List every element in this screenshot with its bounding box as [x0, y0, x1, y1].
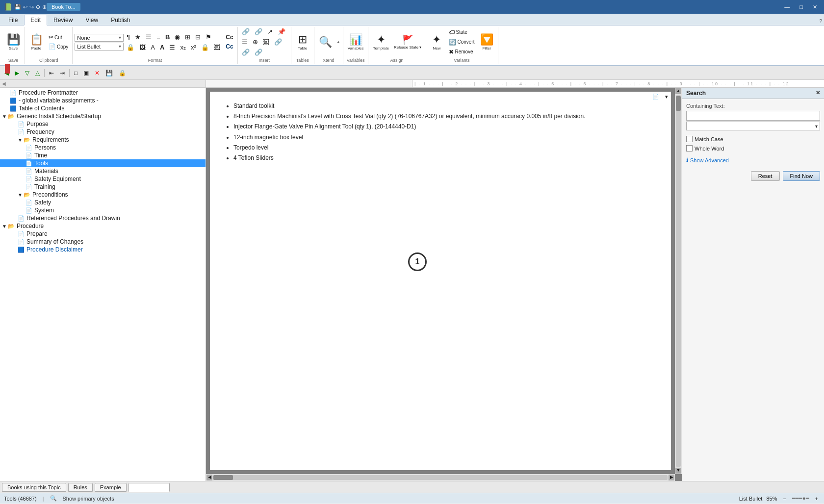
tree-item-safety-equipment[interactable]: 📄 Safety Equipment: [0, 175, 206, 183]
format-icon9[interactable]: ⚑: [204, 32, 213, 42]
tree-item-time[interactable]: 📄 Time: [0, 151, 206, 159]
insert-icon1[interactable]: 🔗: [240, 27, 252, 36]
tree-item-persons[interactable]: 📄 Persons: [0, 144, 206, 151]
content-toolbar-icon2[interactable]: ▾: [663, 93, 670, 101]
toolbar-btn1[interactable]: ⊕: [36, 4, 40, 10]
pilcrow-icon[interactable]: ¶: [125, 32, 132, 42]
tree-item-preconditions[interactable]: ▼ 📂 Preconditions: [0, 191, 206, 199]
toolbar-btn-lock[interactable]: 🔒: [116, 68, 129, 78]
tree-item-procedure[interactable]: ▼ 📂 Procedure: [0, 222, 206, 230]
style-dropdown1[interactable]: None: [75, 34, 124, 42]
tab-review[interactable]: Review: [47, 15, 79, 25]
search-button[interactable]: 🔍: [316, 34, 335, 50]
tree-item-requirements[interactable]: ▼ 📂 Requirements: [0, 136, 206, 144]
tree-item-system[interactable]: 📄 System: [0, 206, 206, 214]
tree-item-summary-changes[interactable]: 📄 Summary of Changes: [0, 238, 206, 246]
vertical-scrollbar[interactable]: ▲ ▼: [675, 88, 682, 474]
primary-objects-label[interactable]: Show primary objects: [63, 496, 114, 502]
variables-button[interactable]: 📊 Variables: [345, 32, 366, 52]
tab-edit[interactable]: Edit: [24, 15, 47, 25]
list-ordered-icon[interactable]: ≡: [154, 32, 162, 42]
toolbar-btn-save2[interactable]: 💾: [103, 68, 115, 78]
cc-btn1[interactable]: Cc: [224, 33, 235, 42]
toolbar-nav-green2[interactable]: ▶: [12, 68, 22, 78]
tab-view[interactable]: View: [79, 15, 104, 25]
tree-item-training[interactable]: 📄 Training: [0, 183, 206, 191]
insert-icon10[interactable]: 🔗: [253, 48, 264, 57]
format-icon2[interactable]: ★: [133, 32, 143, 42]
toolbar-btn2[interactable]: ⊕: [42, 4, 47, 10]
toolbar-btn-move2[interactable]: ⇥: [57, 68, 67, 78]
paste-button[interactable]: 📋 Paste: [27, 32, 46, 52]
style-dropdown2[interactable]: List Bullet: [75, 43, 124, 50]
insert-icon2[interactable]: 🔗: [253, 27, 264, 36]
reset-button[interactable]: Reset: [751, 171, 780, 181]
quick-save[interactable]: 💾: [14, 4, 21, 10]
list-unordered-icon[interactable]: ☰: [144, 32, 154, 42]
state-button[interactable]: 🏷 State: [447, 28, 476, 37]
redo-btn[interactable]: ↪: [29, 4, 34, 10]
tree-item-prepare[interactable]: 📄 Prepare: [0, 230, 206, 238]
scroll-right-btn[interactable]: ▶: [669, 475, 674, 480]
format-lock-icon[interactable]: 🔒: [199, 43, 211, 52]
match-case-label[interactable]: Match Case: [695, 136, 723, 142]
tab-books-using-topic[interactable]: Books using this Topic: [2, 483, 66, 492]
tree-item-referenced-procedures[interactable]: 📄 Referenced Procedures and Drawin: [0, 214, 206, 222]
bold-A-icon[interactable]: A: [158, 43, 166, 52]
scroll-thumb-h[interactable]: [213, 475, 233, 480]
maximize-btn[interactable]: □: [797, 3, 806, 11]
filter-button[interactable]: 🔽 Filter: [477, 32, 496, 52]
sub-icon[interactable]: x₂: [178, 43, 188, 52]
tree-item-global-var[interactable]: 🟦 - global variable assignments -: [0, 97, 206, 104]
search-close-icon[interactable]: ✕: [816, 90, 820, 96]
tree-item-procedure-disclaimer[interactable]: 🟦 Procedure Disclaimer: [0, 246, 206, 253]
zoom-slider[interactable]: ━━━●━: [792, 495, 809, 502]
insert-icon4[interactable]: 📌: [276, 27, 287, 36]
whole-word-checkbox[interactable]: [686, 145, 693, 151]
insert-icon9[interactable]: 🔗: [240, 48, 252, 57]
format-icon8[interactable]: ⊟: [193, 32, 203, 42]
toolbar-btn-view1[interactable]: □: [72, 68, 80, 78]
scroll-up-btn[interactable]: ▲: [675, 88, 681, 94]
match-case-checkbox[interactable]: [686, 136, 693, 142]
document-page[interactable]: 📄 ▾ Standard toolkit 8-Inch Precision Ma…: [210, 92, 671, 470]
save-button[interactable]: 💾 Save: [4, 32, 23, 52]
format-icon11[interactable]: 🖼: [137, 43, 148, 52]
insert-icon3[interactable]: ↗: [265, 27, 275, 36]
toolbar-nav-green4[interactable]: △: [33, 68, 42, 78]
help-icon[interactable]: ?: [817, 18, 824, 25]
tree-item-tools[interactable]: 📄 Tools: [0, 159, 206, 167]
scroll-thumb-v[interactable]: [676, 96, 681, 111]
tree-item-frequency[interactable]: 📄 Frequency: [0, 128, 206, 136]
tab-file[interactable]: File: [2, 15, 24, 25]
tree-item-procedure-frontmatter[interactable]: 📄 Procedure Frontmatter: [0, 89, 206, 97]
zoom-in-btn[interactable]: +: [813, 495, 820, 503]
format-icon7[interactable]: ⊞: [183, 32, 192, 42]
tree-item-toc[interactable]: 🟦 Table of Contents: [0, 104, 206, 112]
tab-publish[interactable]: Publish: [104, 15, 136, 25]
sup-icon[interactable]: x²: [189, 43, 198, 52]
scroll-left-btn[interactable]: ◀: [206, 475, 212, 480]
toolbar-btn-delete[interactable]: ✕: [92, 68, 102, 78]
table-button[interactable]: ⊞ Table: [293, 32, 312, 52]
tree-item-purpose[interactable]: 📄 Purpose: [0, 120, 206, 128]
show-advanced-link[interactable]: ℹ Show Advanced: [686, 157, 820, 163]
cc-btn2[interactable]: Cc: [224, 42, 235, 51]
find-now-button[interactable]: Find Now: [783, 171, 820, 181]
search-type-dropdown[interactable]: ▾: [686, 122, 820, 130]
undo-btn[interactable]: ↩: [23, 4, 27, 10]
toolbar-nav-green3[interactable]: ▽: [23, 68, 32, 78]
char-A-icon[interactable]: A: [149, 43, 157, 52]
minimize-btn[interactable]: —: [781, 3, 793, 11]
insert-icon8[interactable]: 🔗: [272, 37, 284, 47]
bold-icon[interactable]: B: [163, 32, 172, 42]
tree-item-generic-install[interactable]: ▼ 📂 Generic Install Schedule/Startup: [0, 112, 206, 120]
image-icon[interactable]: 🖼: [212, 43, 222, 52]
close-btn[interactable]: ✕: [810, 3, 820, 11]
new-variant-button[interactable]: ✦ New: [427, 32, 446, 52]
zoom-out-btn[interactable]: −: [781, 495, 788, 503]
tree-item-safety[interactable]: 📄 Safety: [0, 199, 206, 206]
tab-rules[interactable]: Rules: [68, 483, 93, 492]
toolbar-btn-move1[interactable]: ⇤: [47, 68, 56, 78]
insert-icon5[interactable]: ☰: [240, 37, 250, 47]
